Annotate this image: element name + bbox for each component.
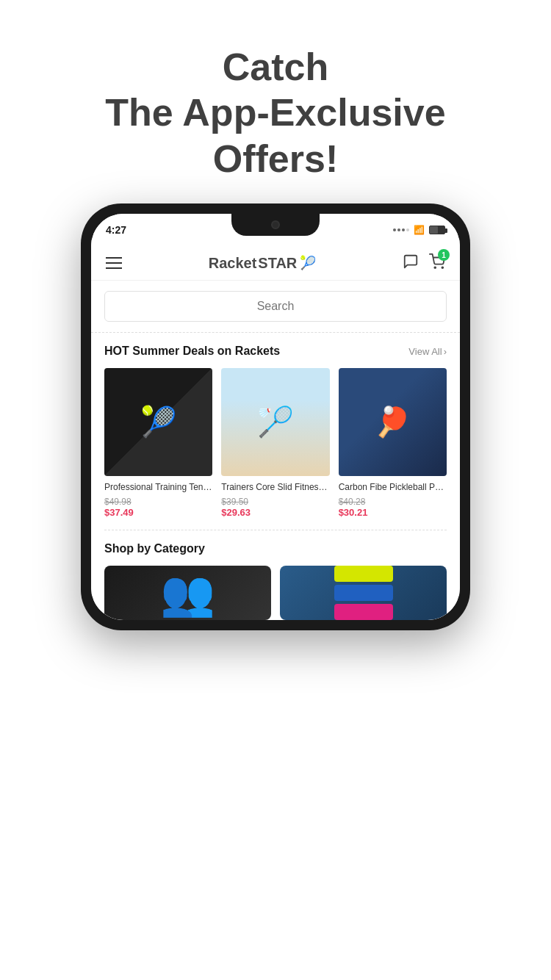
app-content: Racket STAR 🎾 [91, 246, 460, 620]
cart-button[interactable]: 1 [429, 253, 445, 273]
product-image-carbon [339, 368, 447, 476]
status-icons: 📶 [393, 225, 445, 235]
bag-pink [334, 604, 393, 620]
category-section: Shop by Category 👥 [91, 530, 460, 620]
bag-blue [334, 585, 393, 601]
players-icon: 👥 [160, 567, 215, 619]
product-name: Professional Training Tennis R... [104, 482, 212, 494]
category-card-players[interactable]: 👥 [104, 566, 271, 620]
category-grid: 👥 [104, 566, 447, 620]
battery-icon [429, 226, 445, 234]
product-sale-price: $30.21 [339, 507, 447, 518]
product-image-tennis [104, 368, 212, 476]
products-row: Professional Training Tennis R... $49.98… [104, 368, 447, 518]
page-header: Catch The App-Exclusive Offers! [0, 0, 551, 203]
notch [231, 214, 320, 236]
product-card[interactable]: Carbon Fibe Pickleball Padc $40.28 $30.2… [339, 368, 447, 518]
status-time: 4:27 [106, 224, 126, 236]
category-card-bags[interactable] [280, 566, 447, 620]
product-sale-price: $29.63 [221, 507, 329, 518]
product-original-price: $40.28 [339, 497, 447, 507]
product-card[interactable]: Trainers Core Slid Fitness Gliding Pi...… [221, 368, 329, 518]
logo-text: Racket [209, 255, 257, 272]
wifi-icon: 📶 [414, 225, 425, 235]
search-section [91, 281, 460, 333]
cart-badge: 1 [438, 249, 450, 261]
phone-screen: 4:27 📶 [91, 214, 460, 620]
product-name: Carbon Fibe Pickleball Padc [339, 482, 447, 494]
category-header: Shop by Category [104, 542, 447, 555]
nav-icons: 1 [403, 253, 445, 273]
hot-deals-title: HOT Summer Deals on Rackets [104, 345, 280, 358]
view-all-button[interactable]: View All › [408, 346, 447, 357]
hot-deals-header: HOT Summer Deals on Rackets View All › [104, 345, 447, 358]
camera [271, 220, 280, 229]
svg-point-1 [442, 267, 443, 269]
product-card[interactable]: Professional Training Tennis R... $49.98… [104, 368, 212, 518]
chat-button[interactable] [403, 253, 419, 273]
bags-visual [334, 566, 393, 620]
product-image-trainer [221, 368, 329, 476]
hot-deals-section: HOT Summer Deals on Rackets View All › P… [91, 333, 460, 530]
app-logo: Racket STAR 🎾 [209, 255, 317, 272]
product-original-price: $49.98 [104, 497, 212, 507]
hamburger-menu-button[interactable] [106, 257, 122, 269]
phone-frame: 4:27 📶 [81, 203, 470, 630]
phone-mockup: 4:27 📶 [0, 203, 551, 630]
search-input[interactable] [104, 291, 447, 322]
product-sale-price: $37.49 [104, 507, 212, 518]
headline: Catch The App-Exclusive Offers! [29, 44, 522, 181]
signal-icon [393, 228, 409, 231]
category-title: Shop by Category [104, 542, 205, 555]
bag-yellow [334, 566, 393, 582]
product-name: Trainers Core Slid Fitness Gliding Pi... [221, 482, 329, 494]
top-nav: Racket STAR 🎾 [91, 246, 460, 281]
svg-point-0 [434, 267, 436, 269]
page-background: Catch The App-Exclusive Offers! 4:27 [0, 0, 551, 630]
status-bar: 4:27 📶 [91, 214, 460, 246]
product-original-price: $39.50 [221, 497, 329, 507]
logo-racket-icon: 🎾 [300, 255, 316, 271]
